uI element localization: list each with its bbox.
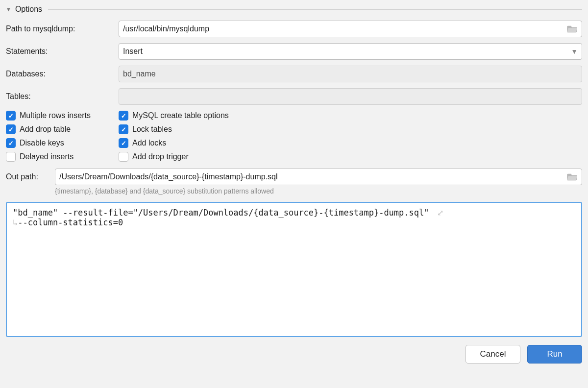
cb-delayed-inserts[interactable]: Delayed inserts (6, 152, 119, 162)
checkbox-grid: Multiple rows inserts MySQL create table… (6, 111, 582, 162)
cb-label: Disable keys (20, 139, 64, 147)
field-tables (119, 88, 582, 105)
cb-label: Add drop table (20, 125, 71, 134)
cb-add-drop-table[interactable]: Add drop table (6, 124, 119, 134)
options-title: Options (15, 5, 42, 14)
run-button[interactable]: Run (527, 345, 582, 364)
checkbox-icon (119, 152, 128, 162)
cb-label: Delayed inserts (20, 152, 74, 161)
cancel-button[interactable]: Cancel (466, 345, 520, 364)
dropdown-statements[interactable]: Insert ▼ (119, 43, 582, 60)
command-preview[interactable]: "bd_name" --result-file="/Users/Dream/Do… (6, 202, 582, 337)
dialog-footer: Cancel Run (6, 345, 582, 364)
soft-wrap-icon: ↳ (13, 218, 18, 227)
folder-open-icon[interactable] (567, 172, 578, 181)
cb-label: Add drop trigger (132, 152, 189, 161)
options-section-header[interactable]: ▼ Options (6, 5, 582, 14)
label-tables: Tables: (6, 92, 119, 101)
checkbox-icon (119, 124, 128, 134)
value-mysqldump-path: /usr/local/bin/mysqldump (123, 24, 564, 33)
cb-disable-keys[interactable]: Disable keys (6, 138, 119, 148)
cb-label: Add locks (132, 139, 166, 147)
checkbox-icon (6, 124, 16, 134)
field-out-path[interactable]: /Users/Dream/Downloads/{data_source}-{ti… (55, 169, 582, 185)
field-databases: bd_name (119, 66, 582, 82)
cb-multiple-rows-inserts[interactable]: Multiple rows inserts (6, 111, 119, 121)
label-databases: Databases: (6, 70, 119, 78)
field-mysqldump-path[interactable]: /usr/local/bin/mysqldump (119, 21, 582, 37)
cmd-line-2: --column-statistics=0 (18, 218, 123, 227)
run-button-label: Run (547, 349, 562, 359)
cb-add-drop-trigger[interactable]: Add drop trigger (119, 152, 582, 162)
checkbox-icon (6, 111, 16, 121)
section-divider (48, 9, 582, 10)
cb-label: Lock tables (132, 125, 172, 134)
cancel-button-label: Cancel (480, 349, 506, 359)
cmd-line-1: "bd_name" --result-file="/Users/Dream/Do… (13, 208, 429, 218)
value-statements: Insert (123, 47, 568, 56)
resize-handle-icon[interactable]: ⤢ (437, 208, 443, 218)
cb-mysql-create-table-options[interactable]: MySQL create table options (119, 111, 582, 121)
out-path-hint: {timestamp}, {database} and {data_source… (55, 187, 582, 195)
value-databases: bd_name (123, 70, 578, 78)
chevron-down-icon: ▼ (571, 48, 578, 55)
cb-lock-tables[interactable]: Lock tables (119, 124, 582, 134)
collapse-triangle-icon[interactable]: ▼ (6, 6, 11, 12)
cb-label: MySQL create table options (132, 111, 229, 120)
checkbox-icon (6, 138, 16, 148)
folder-open-icon[interactable] (567, 24, 578, 33)
label-path-to-mysqldump: Path to mysqldump: (6, 24, 119, 33)
label-out-path: Out path: (6, 172, 55, 181)
checkbox-icon (119, 138, 128, 148)
value-out-path: /Users/Dream/Downloads/{data_source}-{ti… (59, 172, 564, 181)
cb-label: Multiple rows inserts (20, 111, 91, 120)
cb-add-locks[interactable]: Add locks (119, 138, 582, 148)
label-statements: Statements: (6, 47, 119, 56)
checkbox-icon (119, 111, 128, 121)
checkbox-icon (6, 152, 16, 162)
